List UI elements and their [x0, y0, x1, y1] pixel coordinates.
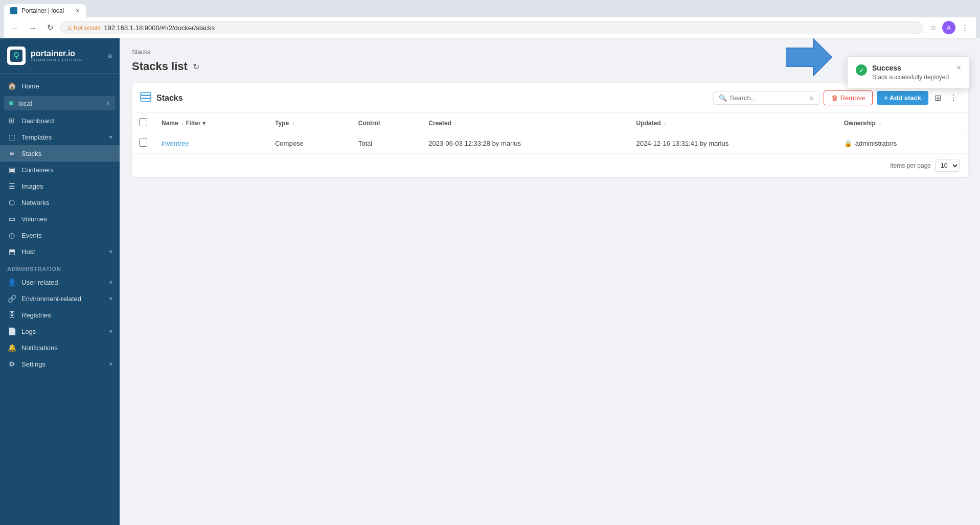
toast-title: Success — [872, 64, 951, 72]
header-ownership-label: Ownership — [844, 120, 876, 127]
row-select-checkbox[interactable] — [139, 139, 147, 147]
sidebar-item-notifications-label: Notifications — [21, 344, 112, 352]
name-sort-icon[interactable]: ↕ — [181, 121, 184, 126]
name-filter-button[interactable]: Filter ▾ — [186, 120, 206, 127]
logo-name: portainer.io — [31, 50, 82, 58]
sidebar-item-registries[interactable]: 🗄 Registries — [0, 307, 120, 323]
more-options-button[interactable]: ⋮ — [947, 91, 960, 105]
header-control-label: Control — [358, 120, 380, 127]
panel-actions: 🔍 × 🗑 Remove + Add stack ⊞ ⋮ — [713, 90, 960, 105]
header-updated-label: Updated — [636, 120, 661, 127]
sidebar-item-templates-label: Templates — [21, 133, 104, 141]
sidebar-item-stacks[interactable]: ≡ Stacks — [0, 145, 120, 162]
row-control-cell: Total — [351, 133, 422, 154]
sidebar-item-images[interactable]: ☰ Images — [0, 178, 120, 194]
sidebar-item-logs[interactable]: 📄 Logs ▾ — [0, 323, 120, 339]
add-stack-button-label: + Add stack — [884, 94, 921, 102]
host-chevron-icon: ▾ — [109, 248, 112, 255]
bookmark-button[interactable]: ☆ — [926, 20, 940, 35]
svg-rect-5 — [141, 99, 151, 101]
success-toast: ✓ Success Stack successfully deployed × — [847, 56, 970, 88]
svg-rect-4 — [141, 96, 151, 98]
sidebar-item-events[interactable]: ◷ Events — [0, 227, 120, 243]
header-name-label: Name — [162, 120, 178, 127]
sidebar-item-home-label: Home — [21, 82, 112, 90]
select-all-checkbox[interactable] — [139, 118, 147, 126]
logo-edition: COMMUNITY EDITION — [31, 58, 82, 62]
view-toggle-button[interactable]: ⊞ — [932, 91, 943, 105]
sidebar: portainer.io COMMUNITY EDITION « 🏠 Home … — [0, 38, 120, 525]
logo-text: portainer.io COMMUNITY EDITION — [31, 50, 82, 62]
sidebar-item-dashboard[interactable]: ⊞ Dashboard — [0, 112, 120, 129]
ownership-sort-icon[interactable]: ↕ — [879, 121, 881, 126]
svg-rect-0 — [10, 50, 22, 62]
sidebar-env-name: local — [18, 100, 101, 107]
sidebar-item-volumes[interactable]: ▭ Volumes — [0, 211, 120, 227]
sidebar-item-containers[interactable]: ▣ Containers — [0, 162, 120, 178]
sidebar-navigation: 🏠 Home local × ⊞ Dashboard ⬚ Templates ▾ — [0, 74, 120, 525]
reload-button[interactable]: ↻ — [43, 20, 57, 35]
toast-container: ✓ Success Stack successfully deployed × — [847, 56, 970, 88]
browser-tab-active[interactable]: Portainer | local × — [4, 4, 86, 17]
sidebar-item-environment-related[interactable]: 🔗 Environment-related ▾ — [0, 290, 120, 307]
sidebar-item-host-label: Host — [21, 248, 104, 256]
sidebar-item-home[interactable]: 🏠 Home — [0, 78, 120, 94]
sidebar-item-networks[interactable]: ⬡ Networks — [0, 194, 120, 211]
header-created-label: Created — [428, 120, 451, 127]
host-icon: ⬒ — [7, 247, 16, 256]
sidebar-collapse-button[interactable]: « — [108, 51, 112, 60]
sidebar-item-dashboard-label: Dashboard — [21, 117, 112, 125]
table-footer: Items per page 10 25 50 — [132, 154, 968, 177]
browser-tabs: Portainer | local × — [4, 4, 976, 17]
search-box[interactable]: 🔍 × — [713, 92, 819, 105]
main-body: Stacks Stacks list ↻ Stacks — [120, 38, 980, 525]
user-related-icon: 👤 — [7, 278, 16, 286]
header-updated: Updated ↕ — [629, 113, 837, 133]
toast-close-button[interactable]: × — [956, 64, 961, 72]
sidebar-item-host[interactable]: ⬒ Host ▾ — [0, 243, 120, 260]
profile-avatar[interactable]: A — [942, 21, 955, 34]
volumes-icon: ▭ — [7, 215, 16, 223]
sidebar-item-logs-label: Logs — [21, 328, 104, 335]
sidebar-item-notifications[interactable]: 🔔 Notifications — [0, 339, 120, 356]
admin-section-label: Administration — [0, 260, 120, 274]
table-header: Name ↕ Filter ▾ Type ↕ Control — [132, 113, 968, 133]
browser-actions: ☆ A ⋮ — [926, 20, 972, 35]
forward-button[interactable]: → — [26, 20, 40, 35]
type-sort-icon[interactable]: ↕ — [292, 121, 294, 126]
search-input[interactable] — [730, 94, 807, 102]
refresh-button[interactable]: ↻ — [193, 62, 199, 72]
sidebar-item-environment-related-label: Environment-related — [21, 295, 104, 303]
address-bar[interactable]: ⚠ Not secure 192.168.1.18:9000/#!/2/dock… — [60, 21, 923, 34]
sidebar-item-settings[interactable]: ⚙ Settings ▾ — [0, 356, 120, 372]
browser-toolbar: ← → ↻ ⚠ Not secure 192.168.1.18:9000/#!/… — [4, 17, 976, 38]
sidebar-item-local[interactable]: local × — [4, 96, 116, 110]
logo: portainer.io COMMUNITY EDITION — [7, 47, 82, 65]
search-clear-button[interactable]: × — [810, 94, 814, 102]
remove-button[interactable]: 🗑 Remove — [824, 90, 873, 105]
templates-chevron-icon: ▾ — [109, 134, 112, 141]
sidebar-item-stacks-label: Stacks — [21, 150, 112, 157]
tab-close-button[interactable]: × — [76, 7, 80, 14]
sidebar-item-volumes-label: Volumes — [21, 215, 112, 223]
browser-menu-button[interactable]: ⋮ — [958, 20, 972, 35]
breadcrumb: Stacks — [132, 49, 968, 56]
stack-name-link[interactable]: inventree — [162, 140, 189, 147]
sidebar-item-user-related[interactable]: 👤 User-related ▾ — [0, 274, 120, 290]
updated-sort-icon[interactable]: ↕ — [664, 121, 667, 126]
sidebar-item-user-related-label: User-related — [21, 279, 104, 286]
env-status-dot — [9, 101, 13, 105]
add-stack-button[interactable]: + Add stack — [877, 91, 928, 105]
logo-icon — [7, 47, 26, 65]
created-sort-icon[interactable]: ↕ — [454, 121, 457, 126]
header-control: Control — [351, 113, 422, 133]
env-close-button[interactable]: × — [106, 99, 110, 107]
back-button[interactable]: ← — [8, 20, 22, 35]
environment-related-chevron-icon: ▾ — [109, 295, 112, 302]
logs-icon: 📄 — [7, 327, 16, 335]
items-per-page-label: Items per page — [890, 162, 931, 169]
sidebar-item-containers-label: Containers — [21, 166, 112, 174]
items-per-page-select[interactable]: 10 25 50 — [935, 159, 960, 172]
sidebar-item-templates[interactable]: ⬚ Templates ▾ — [0, 129, 120, 145]
environment-related-icon: 🔗 — [7, 294, 16, 303]
